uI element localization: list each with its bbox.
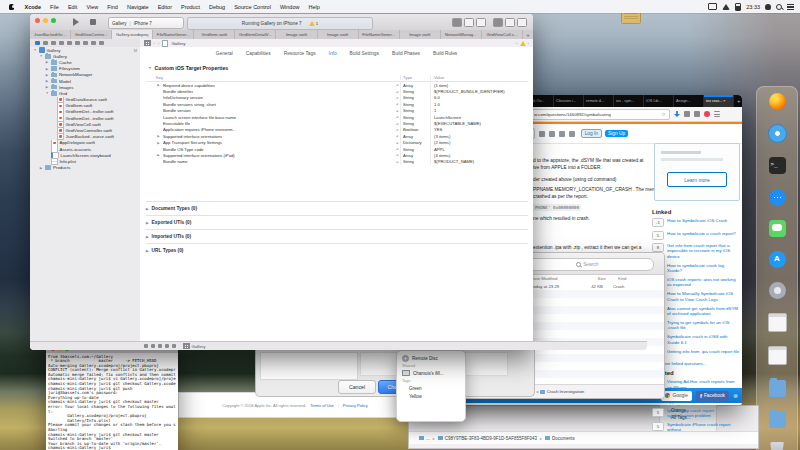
path-crumb-label[interactable]: Crash Investigation <box>547 389 585 394</box>
scheme-name[interactable]: Gallery <box>112 21 127 26</box>
linked-question[interactable]: 5 How to symbolicate a crash report? <box>652 231 740 240</box>
related-question[interactable]: 5 Symbolicate iPhone crash report withou… <box>652 422 740 433</box>
warning-count[interactable]: 1 <box>309 21 318 26</box>
plist-type[interactable]: Dictionary <box>403 140 422 145</box>
disclosure-triangle[interactable]: ▼ <box>33 48 37 52</box>
jump-bar-issues[interactable]: ‹ › <box>516 41 529 46</box>
plist-key[interactable]: Bundle identifier <box>163 89 193 94</box>
jump-bar-project[interactable]: Gallery <box>171 41 185 46</box>
dock-icon-chat[interactable] <box>769 189 786 206</box>
navigator-row-folder-s[interactable]: ▶ Products <box>30 165 140 171</box>
plist-key[interactable]: Application requires iPhone environm... <box>163 127 236 132</box>
standard-editor-button[interactable] <box>452 18 462 27</box>
dock-icon-window[interactable] <box>768 313 787 332</box>
help-icon[interactable] <box>559 131 565 137</box>
related-items-icon[interactable] <box>144 40 151 47</box>
plist-type[interactable]: String <box>403 115 414 120</box>
dock-icon-appstore[interactable] <box>769 251 786 268</box>
disclosure-triangle[interactable]: ▶ <box>146 235 149 239</box>
notification-center-icon[interactable] <box>787 4 794 10</box>
learn-more-button[interactable]: Learn more <box>667 172 727 187</box>
cancel-button[interactable]: Cancel <box>338 380 376 394</box>
plist-type[interactable]: String <box>403 147 414 152</box>
spotlight-icon[interactable] <box>776 4 782 10</box>
editor-tab[interactable]: Image.swift <box>318 30 359 39</box>
run-button[interactable] <box>73 18 79 26</box>
assistant-editor-button[interactable] <box>464 18 474 27</box>
navigator-toggle-button[interactable] <box>493 18 503 27</box>
destination-name[interactable]: iPhone 7 <box>134 21 152 26</box>
question-link[interactable]: How to symbolicate a crash report? <box>667 231 736 236</box>
editor-tab[interactable]: Image.swift <box>400 30 441 39</box>
apple-menu-icon[interactable] <box>9 4 14 10</box>
battery-icon[interactable] <box>735 3 741 11</box>
display-mirroring-icon[interactable] <box>708 3 717 10</box>
forward-icon[interactable]: › <box>528 41 529 46</box>
breakpoint-navigator-icon[interactable] <box>91 41 96 46</box>
plist-section-header[interactable]: ▶ Imported UTIs (0) <box>146 229 528 243</box>
disclosure-triangle[interactable]: ▼ <box>148 66 152 70</box>
close-icon[interactable]: ⊗ <box>733 392 738 399</box>
stepper-icon[interactable]: ▴▾ <box>396 109 398 113</box>
column-kind[interactable]: Kind <box>618 276 627 281</box>
wifi-icon[interactable] <box>722 4 730 10</box>
plist-section-header[interactable]: ▶ Exported UTIs (0) <box>146 215 528 229</box>
dock-icon-folder[interactable] <box>769 411 786 428</box>
step-into-icon[interactable] <box>158 344 162 348</box>
disclosure-triangle[interactable]: ▶ <box>146 207 149 211</box>
forward-icon[interactable]: › <box>158 41 159 46</box>
stepper-icon[interactable]: ▴▾ <box>396 147 398 151</box>
linked-question[interactable]: 94 Getting info from .ipa crash report f… <box>652 349 740 358</box>
question-link[interactable]: iOS crash reports: atos not working as e… <box>667 277 740 288</box>
scheme-filter[interactable]: Gallery <box>183 343 205 350</box>
menu-item[interactable]: Navigate <box>127 4 149 10</box>
breakpoints-icon[interactable] <box>144 344 148 348</box>
achievements-icon[interactable] <box>549 131 555 137</box>
plist-key[interactable]: Required device capabilities <box>163 83 215 88</box>
find-navigator-icon[interactable] <box>59 41 64 46</box>
editor-tab[interactable]: FileNameGener... <box>153 30 194 39</box>
editor-tab[interactable]: GridItem.swift <box>194 30 235 39</box>
path-crumb-label[interactable]: C98Y9TBE-3F83-4BD9-9F1D-5AF855F8F043 <box>445 436 537 441</box>
dock-icon-safari[interactable] <box>768 124 787 143</box>
linked-question[interactable]: 24 How to Manually Symbolicate iOS Crash… <box>652 291 740 302</box>
editor-tab[interactable]: Gallery.xcodeproj <box>112 30 153 39</box>
terms-link[interactable]: Terms of Use <box>310 403 334 408</box>
back-icon[interactable]: ‹ <box>516 41 517 46</box>
linked-question[interactable]: 65 iOS crash reports: atos not working a… <box>652 277 740 288</box>
new-tab-button[interactable]: + <box>734 95 744 107</box>
plist-section-header[interactable]: ▶ Document Types (0) <box>146 201 528 215</box>
pocket-icon[interactable] <box>704 111 710 117</box>
path-crumb-label[interactable]: Documents <box>552 436 575 441</box>
step-over-icon[interactable] <box>151 344 155 348</box>
library-icon[interactable] <box>684 111 690 117</box>
column-size[interactable]: Size <box>598 276 606 281</box>
plist-key[interactable]: Bundle OS Type code <box>163 147 204 152</box>
stepper-icon[interactable]: ▴▾ <box>396 102 398 106</box>
dock-icon-firefox[interactable] <box>769 93 786 110</box>
linked-question[interactable]: 8 Get info from crash report that is imp… <box>652 243 740 259</box>
plist-key[interactable]: Launch screen interface file base name <box>163 115 236 120</box>
traffic-lights[interactable] <box>35 18 56 23</box>
stepper-icon[interactable]: ▴▾ <box>396 90 398 94</box>
linked-question[interactable]: 38 Trying to get symbols for an iOS .cra… <box>652 320 740 331</box>
config-tab[interactable]: Capabilities <box>246 51 271 56</box>
stepper-icon[interactable]: ▴▾ <box>396 115 398 119</box>
menu-item[interactable]: Help <box>308 4 319 10</box>
plist-key[interactable]: App Transport Security Settings <box>163 140 222 145</box>
sidebar-icon[interactable] <box>694 111 700 117</box>
disclosure-triangle[interactable]: ▶ <box>156 153 161 157</box>
scheme-selector[interactable]: Gallery | iPhone 7 <box>108 17 184 29</box>
linked-question[interactable]: -1 How to Symbolicate iOS Crash <box>652 218 740 227</box>
add-tab-button[interactable]: + <box>523 30 533 39</box>
stepper-icon[interactable]: ▴▾ <box>396 141 398 145</box>
question-link[interactable]: Symbolicate iPhone crash report without <box>667 422 740 433</box>
browser-tab[interactable]: remote d... <box>584 95 614 107</box>
editor-tab[interactable]: GridItemDetailV... <box>235 30 276 39</box>
url-text[interactable]: w.com/questions/1460892/symbolicating <box>534 112 611 117</box>
disclosure-triangle[interactable]: ▶ <box>45 73 49 77</box>
editor-tab[interactable]: Image.swift <box>276 30 317 39</box>
see-more-link[interactable]: see more linked questions... <box>652 361 740 366</box>
signup-button[interactable]: Sign Up <box>605 130 628 137</box>
version-editor-button[interactable] <box>476 18 486 27</box>
